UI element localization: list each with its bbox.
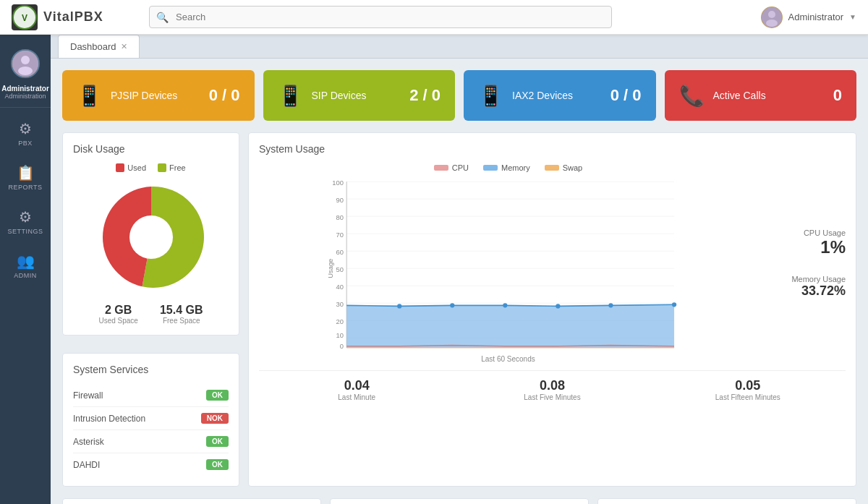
disk-usage-panel: Disk Usage Used Free	[62, 132, 239, 336]
logo-text: VitalPBX	[43, 9, 103, 25]
svg-text:50s: 50s	[605, 349, 616, 351]
search-input[interactable]	[149, 6, 612, 28]
stat-card-sip: 📱 SIP Devices 2 / 0	[263, 70, 456, 121]
svg-text:60s: 60s	[669, 349, 680, 351]
top-navigation: V VitalPBX 🔍 Administrator ▼	[0, 0, 868, 35]
system-usage-title: System Usage	[259, 143, 846, 155]
load-averages: 0.04 Last Minute 0.08 Last Five Minutes …	[259, 370, 846, 401]
system-services-title: System Services	[73, 364, 229, 375]
svg-text:V: V	[22, 13, 27, 23]
sidebar-label-reports: REPORTS	[9, 184, 43, 191]
svg-text:30s: 30s	[500, 349, 511, 351]
status-badge: OK	[206, 390, 229, 401]
system-usage-panel: System Usage CPU Memory	[248, 132, 856, 487]
asterisk-uptime-card: Asterisk Uptime 6 Minutes Ago ℹ	[62, 498, 321, 504]
svg-point-7	[18, 67, 33, 75]
svg-text:50: 50	[336, 265, 344, 273]
sidebar-label-admin: ADMIN	[14, 272, 37, 279]
svg-text:40s: 40s	[553, 349, 563, 351]
service-name: Asterisk	[73, 437, 104, 447]
svg-point-35	[450, 303, 454, 307]
svg-point-8	[129, 215, 173, 259]
search-bar: 🔍	[149, 6, 612, 28]
user-name-top: Administrator	[788, 12, 844, 22]
service-row: Firewall OK	[73, 384, 229, 407]
sidebar-item-pbx[interactable]: ⚙ PBX	[0, 111, 51, 155]
sip-label: SIP Devices	[312, 90, 367, 101]
service-row: Asterisk OK	[73, 430, 229, 453]
chart-area: CPU Memory Swap	[259, 163, 757, 363]
swap-legend: Swap	[545, 163, 583, 172]
status-badge: NOK	[201, 413, 229, 424]
svg-point-38	[608, 303, 613, 307]
tab-close-icon[interactable]: ✕	[121, 42, 127, 51]
svg-point-34	[397, 304, 401, 308]
system-chart: 100 90 80 70 60 50 40 30 20 10 0	[259, 178, 757, 351]
svg-marker-33	[346, 304, 674, 347]
sidebar-item-settings[interactable]: ⚙ SETTINGS	[0, 200, 51, 244]
disk-pie-chart	[93, 179, 209, 295]
logo-icon: V	[12, 4, 38, 30]
sidebar-item-reports[interactable]: 📋 REPORTS	[0, 155, 51, 200]
user-dropdown-icon: ▼	[849, 13, 856, 21]
memory-legend-label: Memory	[501, 163, 530, 172]
swap-legend-color	[545, 165, 559, 171]
usage-stats-right: CPU Usage 1% Memory Usage 33.72%	[766, 163, 846, 363]
swap-legend-label: Swap	[563, 163, 583, 172]
cpu-usage-stat: CPU Usage 1%	[773, 228, 846, 257]
pjsip-icon: 📱	[77, 84, 102, 108]
sidebar-avatar	[11, 49, 40, 78]
svg-text:20s: 20s	[447, 349, 458, 351]
calls-value: 0	[833, 86, 842, 105]
logo-area: V VitalPBX	[12, 4, 135, 30]
tab-dashboard[interactable]: Dashboard ✕	[58, 35, 140, 58]
memory-legend: Memory	[483, 163, 530, 172]
disk-legend-used: Used	[116, 163, 146, 172]
avatar	[761, 7, 783, 28]
svg-text:10s: 10s	[394, 349, 405, 351]
svg-text:100: 100	[332, 179, 344, 187]
sidebar-user-name: Administrator	[1, 85, 49, 93]
chart-x-label: Last 60 Seconds	[259, 355, 757, 363]
sidebar-label-settings: SETTINGS	[7, 228, 43, 235]
sidebar-item-admin[interactable]: 👥 ADMIN	[0, 244, 51, 288]
svg-point-3	[768, 11, 775, 18]
svg-point-37	[556, 304, 560, 308]
pjsip-label: PJSIP Devices	[111, 90, 177, 101]
load-last-fifteen: 0.05 Last Fifteen Minutes	[650, 378, 846, 401]
disk-legend-free: Free	[158, 163, 186, 172]
sidebar: Administrator Administration ⚙ PBX 📋 REP…	[0, 35, 51, 504]
iax2-value: 0 / 0	[610, 86, 642, 105]
user-area[interactable]: Administrator ▼	[761, 7, 856, 28]
free-color	[158, 163, 166, 172]
cpu-legend: CPU	[434, 163, 469, 172]
svg-text:0s: 0s	[343, 349, 350, 351]
stat-cards: 📱 PJSIP Devices 0 / 0 📱 SIP Devices 2 / …	[62, 70, 856, 121]
system-services-panel: System Services Firewall OKIntrusion Det…	[62, 353, 239, 487]
service-name: Firewall	[73, 390, 103, 401]
sidebar-label-pbx: PBX	[18, 140, 33, 147]
memory-usage-stat: Memory Usage 33.72%	[773, 275, 846, 299]
services-list: Firewall OKIntrusion Detection NOKAsteri…	[73, 384, 229, 476]
svg-text:30: 30	[336, 300, 344, 308]
iax2-icon: 📱	[478, 84, 503, 108]
search-icon: 🔍	[156, 12, 169, 23]
calls-label: Active Calls	[713, 90, 766, 101]
reports-icon: 📋	[17, 164, 35, 181]
svg-text:70: 70	[336, 231, 344, 239]
current-time-card: Current Time 09:10:50 GMT-04:00 ℹ	[597, 498, 856, 504]
svg-point-36	[503, 303, 507, 307]
stat-card-pjsip: 📱 PJSIP Devices 0 / 0	[62, 70, 255, 121]
svg-text:20: 20	[336, 317, 344, 325]
disk-free-stat: 15.4 GB Free Space	[160, 304, 203, 325]
pbx-icon: ⚙	[19, 120, 32, 137]
svg-text:40: 40	[336, 283, 344, 291]
used-color	[116, 163, 124, 172]
tab-bar: Dashboard ✕	[51, 35, 868, 59]
sip-icon: 📱	[278, 84, 303, 108]
server-uptime-card: Server Uptime 6 Minutes Ago ℹ	[330, 498, 589, 504]
svg-text:80: 80	[336, 213, 344, 221]
svg-text:0: 0	[340, 342, 344, 350]
svg-text:60: 60	[336, 248, 344, 256]
cpu-legend-label: CPU	[452, 163, 469, 172]
